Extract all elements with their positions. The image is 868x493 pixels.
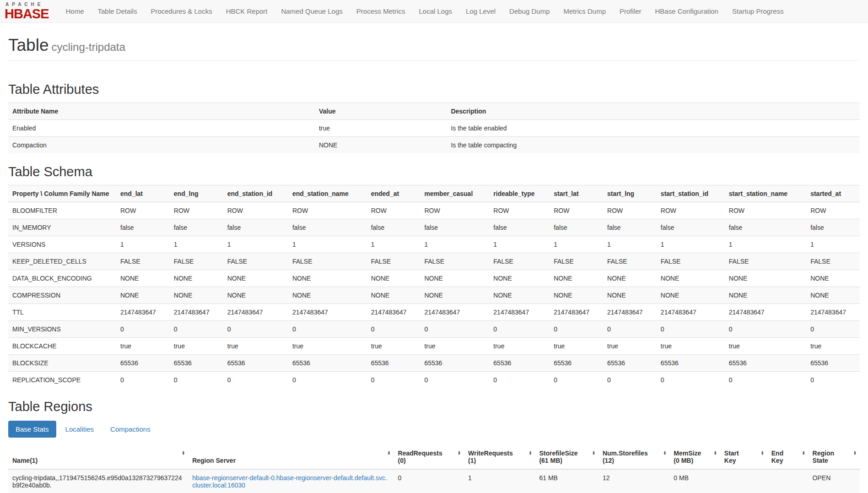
schema-value-end-lng: 0: [170, 321, 223, 338]
nav-item-debug-dump: Debug Dump: [502, 0, 556, 23]
nav-link-profiler[interactable]: Profiler: [613, 0, 648, 23]
sort-icon[interactable]: ▲▼: [182, 450, 185, 455]
schema-value-start-station-name: 1: [725, 236, 806, 253]
attribute-description: Is the table compacting: [447, 137, 860, 154]
regions-col-start-key[interactable]: StartKey▲▼: [720, 445, 767, 469]
regions-col-region-server[interactable]: Region Server▲▼: [188, 445, 394, 469]
nav-link-hbck-report[interactable]: HBCK Report: [219, 0, 275, 23]
nav-link-home[interactable]: Home: [59, 0, 91, 23]
schema-value-start-lat: 1: [550, 236, 603, 253]
nav-link-debug-dump[interactable]: Debug Dump: [502, 0, 556, 23]
schema-value-ended-at: 2147483647: [367, 304, 421, 321]
regions-table-header: Name(1)▲▼Region Server▲▼ReadRequests(0)▲…: [8, 445, 860, 469]
schema-value-start-lng: 2147483647: [603, 304, 657, 321]
region-state: OPEN: [809, 469, 860, 493]
regions-col-writerequests-1[interactable]: WriteRequests(1)▲▼: [464, 445, 535, 469]
schema-family-start-lng: start_lng: [603, 185, 657, 202]
regions-col-label: StorefileSize: [539, 450, 588, 457]
regions-col-memsize-0-mb[interactable]: MemSize(0 MB)▲▼: [669, 445, 720, 469]
schema-property-name: COMPRESSION: [8, 287, 116, 304]
schema-value-rideable-type: 1: [489, 236, 550, 253]
schema-value-start-lat: NONE: [550, 270, 603, 287]
regions-col-sublabel: Key: [771, 457, 798, 464]
sort-down-arrow: ▼: [182, 453, 185, 455]
schema-value-started-at: 65536: [806, 355, 860, 372]
schema-row-ttl: TTL2147483647214748364721474836472147483…: [8, 304, 860, 321]
schema-value-start-lat: 0: [550, 372, 603, 389]
sort-icon[interactable]: ▲▼: [458, 450, 461, 455]
schema-value-ended-at: false: [367, 219, 421, 236]
regions-col-num-storefiles-12[interactable]: Num.Storefiles(12)▲▼: [598, 445, 669, 469]
region-tab-link-base-stats[interactable]: Base Stats: [8, 421, 56, 438]
schema-value-start-station-id: 0: [657, 372, 725, 389]
schema-value-end-station-name: 0: [288, 321, 367, 338]
nav-link-startup-progress[interactable]: Startup Progress: [725, 0, 791, 23]
schema-value-rideable-type: NONE: [489, 270, 550, 287]
region-tab-link-localities[interactable]: Localities: [58, 421, 102, 438]
schema-value-start-station-name: FALSE: [725, 253, 806, 270]
schema-value-end-station-id: NONE: [223, 270, 288, 287]
schema-value-start-lat: 2147483647: [550, 304, 603, 321]
regions-col-sublabel: (12): [603, 457, 659, 464]
regions-heading: Table Regions: [8, 399, 860, 414]
regions-col-readrequests-0[interactable]: ReadRequests(0)▲▼: [394, 445, 464, 469]
schema-value-end-station-id: 1: [223, 236, 288, 253]
table-schema: Property \ Column Family Nameend_latend_…: [8, 185, 860, 388]
hbase-logo[interactable]: APACHE HBASE: [5, 2, 49, 21]
sort-icon[interactable]: ▲▼: [528, 450, 532, 455]
schema-value-member-casual: 0: [420, 321, 489, 338]
regions-col-label: MemSize: [674, 450, 710, 457]
nav-link-log-level[interactable]: Log Level: [459, 0, 502, 23]
regions-col-label: WriteRequests: [468, 450, 525, 457]
sort-icon[interactable]: ▲▼: [592, 450, 595, 455]
regions-col-name-1[interactable]: Name(1)▲▼: [8, 445, 188, 469]
sort-icon[interactable]: ▲▼: [663, 450, 666, 455]
nav-link-table-details[interactable]: Table Details: [91, 0, 144, 23]
sort-icon[interactable]: ▲▼: [853, 450, 857, 455]
nav-item-startup-progress: Startup Progress: [725, 0, 791, 23]
sort-icon[interactable]: ▲▼: [761, 450, 764, 455]
schema-value-start-station-id: 0: [657, 321, 725, 338]
regions-col-label: Start: [724, 450, 757, 457]
schema-value-end-lat: 2147483647: [116, 304, 170, 321]
table-name: cycling-tripdata: [51, 41, 125, 53]
schema-value-member-casual: NONE: [420, 270, 489, 287]
schema-value-end-station-name: true: [288, 338, 367, 355]
region-name: cycling-tripdata,,1719475156245.e95d0a13…: [8, 469, 188, 493]
schema-value-end-lat: FALSE: [116, 253, 170, 270]
sort-down-arrow: ▼: [528, 453, 532, 455]
nav-link-procedures-locks[interactable]: Procedures & Locks: [144, 0, 219, 23]
nav-item-table-details: Table Details: [91, 0, 144, 23]
schema-value-end-station-name: 0: [288, 372, 367, 389]
sort-icon[interactable]: ▲▼: [802, 450, 805, 455]
nav-link-hbase-configuration[interactable]: HBase Configuration: [648, 0, 725, 23]
schema-corner-header: Property \ Column Family Name: [8, 185, 116, 202]
schema-value-end-lng: true: [170, 338, 223, 355]
nav-link-named-queue-logs[interactable]: Named Queue Logs: [275, 0, 350, 23]
schema-value-started-at: FALSE: [806, 253, 860, 270]
schema-value-start-station-id: 2147483647: [657, 304, 725, 321]
region-tab-link-compactions[interactable]: Compactions: [103, 421, 158, 438]
schema-value-end-lat: ROW: [116, 202, 170, 219]
schema-value-started-at: NONE: [806, 287, 860, 304]
schema-value-member-casual: 0: [420, 372, 489, 389]
nav-link-metrics-dump[interactable]: Metrics Dump: [557, 0, 613, 23]
regions-col-storefilesize-61-mb[interactable]: StorefileSize(61 MB)▲▼: [535, 445, 598, 469]
schema-header-row: Property \ Column Family Nameend_latend_…: [8, 185, 860, 202]
sort-icon[interactable]: ▲▼: [714, 450, 717, 455]
nav-menu: HomeTable DetailsProcedures & LocksHBCK …: [59, 0, 791, 23]
attributes-heading: Table Attributes: [8, 82, 860, 97]
schema-row-versions: VERSIONS111111111111: [8, 236, 860, 253]
nav-link-local-logs[interactable]: Local Logs: [412, 0, 459, 23]
regions-col-end-key[interactable]: EndKey▲▼: [767, 445, 809, 469]
schema-value-start-station-name: NONE: [725, 287, 806, 304]
sort-icon[interactable]: ▲▼: [388, 450, 391, 455]
region-server-link[interactable]: hbase-regionserver-default-0.hbase-regio…: [192, 474, 387, 489]
region-server-cell: hbase-regionserver-default-0.hbase-regio…: [188, 469, 394, 493]
regions-col-region-state[interactable]: RegionState▲▼: [809, 445, 860, 469]
schema-value-rideable-type: 0: [489, 321, 550, 338]
region-num-storefiles: 12: [598, 469, 669, 493]
schema-value-rideable-type: false: [489, 219, 550, 236]
nav-link-process-metrics[interactable]: Process Metrics: [350, 0, 412, 23]
sort-down-arrow: ▼: [802, 453, 805, 455]
